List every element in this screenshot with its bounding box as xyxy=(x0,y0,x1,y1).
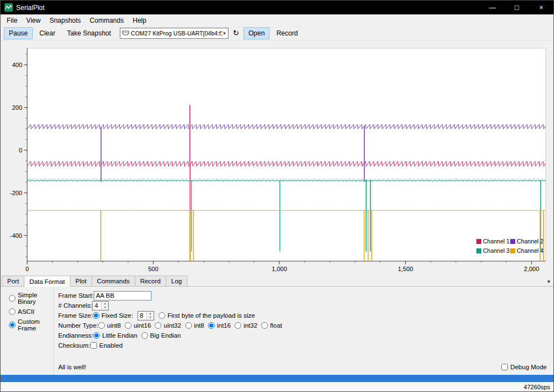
port-combo[interactable]: COM27 KitProg USB-UART[04b4:f139] ▾ xyxy=(120,28,228,39)
mode-radio-input[interactable] xyxy=(9,308,16,315)
channels-label: # Channels: xyxy=(58,302,92,309)
window-title: SerialPlot xyxy=(16,4,44,12)
spinner-up-icon[interactable]: ▲ xyxy=(101,302,108,306)
mode-option-label: Custom Frame xyxy=(18,318,53,332)
checksum-enabled-label: Enabled xyxy=(99,342,123,349)
number-type-radio-input[interactable] xyxy=(98,322,105,329)
debug-mode-checkbox[interactable]: Debug Mode xyxy=(501,364,547,370)
record-button[interactable]: Record xyxy=(271,27,303,39)
open-button[interactable]: Open xyxy=(243,27,270,39)
number-type-radio-input[interactable] xyxy=(235,322,241,329)
close-button[interactable]: × xyxy=(529,1,553,14)
mode-option-custom-frame[interactable]: Custom Frame xyxy=(9,318,53,332)
endianness-radio-input[interactable] xyxy=(93,332,100,339)
endianness-big-endian[interactable]: Big Endian xyxy=(141,332,181,339)
refresh-ports-icon[interactable]: ↻ xyxy=(230,28,242,38)
legend-label-channel-3[interactable]: Channel 3 xyxy=(483,247,510,254)
number-type-radio-input[interactable] xyxy=(208,322,215,329)
tab-log[interactable]: Log xyxy=(166,276,187,286)
dropdown-icon[interactable]: ▾ xyxy=(222,30,227,36)
tab-record[interactable]: Record xyxy=(135,276,166,286)
y-tick-label: 400 xyxy=(12,62,22,68)
plot-svg: 4002000-200-40005001,0001,5002,000Channe… xyxy=(1,40,553,276)
frame-mode-group: Simple BinaryASCIICustom Frame xyxy=(1,287,54,375)
fixed-size-spinner[interactable]: 8 ▲ ▼ xyxy=(138,311,154,320)
menu-commands[interactable]: Commands xyxy=(85,16,128,26)
frame-start-input[interactable] xyxy=(94,291,151,301)
number-type-uint16[interactable]: uint16 xyxy=(125,322,151,329)
mode-option-label: Simple Binary xyxy=(18,292,53,305)
mode-option-ascii[interactable]: ASCII xyxy=(9,308,53,315)
y-tick-label: 0 xyxy=(19,147,22,154)
legend-swatch-channel-1 xyxy=(476,239,481,244)
plot-canvas[interactable] xyxy=(27,48,546,261)
legend-label-channel-2[interactable]: Channel 2 xyxy=(517,238,543,245)
number-type-int32[interactable]: int32 xyxy=(235,322,257,329)
spinner-up-icon[interactable]: ▲ xyxy=(147,312,154,316)
number-type-label-text: int8 xyxy=(194,322,205,329)
menu-help[interactable]: Help xyxy=(128,16,151,26)
channels-value: 4 xyxy=(93,302,101,310)
maximize-button[interactable]: □ xyxy=(505,1,529,14)
y-tick-label: -200 xyxy=(10,190,22,196)
serial-port-icon xyxy=(122,30,129,36)
tab-overflow-icon[interactable]: ▾ xyxy=(547,278,550,284)
number-type-float[interactable]: float xyxy=(261,322,282,329)
checksum-row: Checksum: Enabled xyxy=(58,340,286,350)
checksum-checkbox-input[interactable] xyxy=(90,342,97,349)
endianness-radio-input[interactable] xyxy=(141,332,148,339)
mode-radio-input[interactable] xyxy=(9,322,16,328)
spinner-arrows[interactable]: ▲ ▼ xyxy=(101,302,108,310)
legend-label-channel-4[interactable]: Channel 4 xyxy=(517,247,543,254)
status-message: All is well! xyxy=(58,364,86,370)
fixed-size-radio-input[interactable] xyxy=(93,312,99,319)
number-type-radio-input[interactable] xyxy=(261,322,268,329)
spinner-down-icon[interactable]: ▼ xyxy=(101,306,108,310)
title-bar[interactable]: SerialPlot — □ × xyxy=(1,1,553,14)
number-type-int8[interactable]: int8 xyxy=(185,322,205,329)
payload-size-radio[interactable]: First byte of the payload is size xyxy=(159,312,255,319)
x-tick-label: 2,000 xyxy=(524,266,540,272)
menu-view[interactable]: View xyxy=(22,16,45,26)
data-format-panel: Simple BinaryASCIICustom Frame Frame Sta… xyxy=(1,287,553,375)
spinner-arrows[interactable]: ▲ ▼ xyxy=(146,312,154,320)
spinner-down-icon[interactable]: ▼ xyxy=(147,315,154,320)
menu-snapshots[interactable]: Snapshots xyxy=(45,16,85,26)
endianness-little-endian[interactable]: Little Endian xyxy=(93,332,137,339)
tab-plot[interactable]: Plot xyxy=(70,276,92,286)
fixed-size-value: 8 xyxy=(138,312,146,320)
tab-port[interactable]: Port xyxy=(2,276,24,286)
checksum-enabled-checkbox[interactable]: Enabled xyxy=(90,342,123,349)
endianness-label-text: Little Endian xyxy=(102,332,137,339)
minimize-button[interactable]: — xyxy=(480,1,505,14)
legend-label-channel-1[interactable]: Channel 1 xyxy=(483,238,510,245)
debug-mode-label: Debug Mode xyxy=(510,364,547,370)
number-type-int16[interactable]: int16 xyxy=(208,322,231,329)
pause-button[interactable]: Pause xyxy=(4,27,33,39)
port-combo-value: COM27 KitProg USB-UART[04b4:f139] xyxy=(131,30,222,37)
number-type-uint32[interactable]: uint32 xyxy=(155,322,181,329)
menu-bar: FileViewSnapshotsCommandsHelp xyxy=(1,14,553,26)
bottom-accent-bar xyxy=(1,375,553,382)
mode-radio-input[interactable] xyxy=(9,295,16,302)
channels-spinner[interactable]: 4 ▲ ▼ xyxy=(92,301,109,310)
toolbar: Pause Clear Take Snapshot COM27 KitProg … xyxy=(1,26,553,40)
number-type-radio-input[interactable] xyxy=(185,322,192,329)
take-snapshot-button[interactable]: Take Snapshot xyxy=(62,27,116,39)
endianness-label: Endianness: xyxy=(58,332,93,339)
menu-file[interactable]: File xyxy=(2,16,22,26)
debug-mode-checkbox-input[interactable] xyxy=(501,364,508,370)
legend-swatch-channel-3 xyxy=(476,248,481,253)
clear-button[interactable]: Clear xyxy=(34,27,60,39)
mode-option-label: ASCII xyxy=(18,308,34,315)
payload-size-radio-input[interactable] xyxy=(159,312,165,319)
x-tick-label: 500 xyxy=(148,266,158,272)
number-type-radio-input[interactable] xyxy=(155,322,161,329)
tab-commands[interactable]: Commands xyxy=(92,276,135,286)
endianness-row: Endianness: Little EndianBig Endian xyxy=(58,330,286,340)
tab-data-format[interactable]: Data Format xyxy=(24,276,70,287)
fixed-size-radio[interactable]: Fixed Size: xyxy=(93,312,133,319)
number-type-radio-input[interactable] xyxy=(125,322,131,329)
mode-option-simple-binary[interactable]: Simple Binary xyxy=(9,292,53,305)
number-type-uint8[interactable]: uint8 xyxy=(98,322,121,329)
